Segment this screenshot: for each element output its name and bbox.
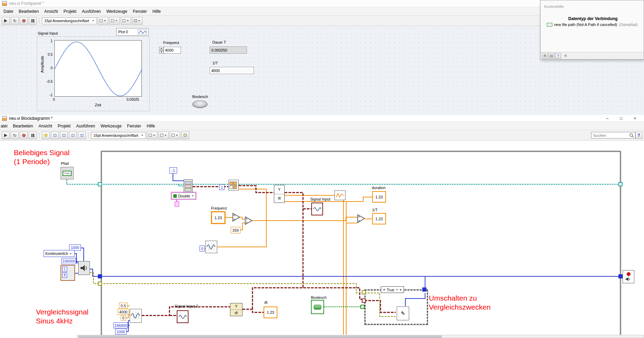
run-continuous-button[interactable]: ↻ [11, 17, 19, 25]
menu-datei[interactable]: Datei [1, 8, 16, 15]
run-button[interactable] [2, 17, 10, 25]
menu-projekt[interactable]: Projekt [61, 8, 79, 15]
menu-bearbeiten[interactable]: Bearbeiten [10, 123, 36, 130]
dt-indicator[interactable]: 1.23 [264, 306, 277, 318]
menu-ausfuehren[interactable]: Ausführen [79, 8, 104, 15]
constant-359[interactable]: 359 [231, 227, 240, 233]
close-button[interactable]: × [628, 115, 642, 122]
loop-tunnel[interactable] [98, 274, 102, 278]
step-into-button[interactable] [60, 132, 68, 139]
boolesch-label[interactable]: Boolesch [311, 295, 326, 300]
constant-one[interactable]: 1 [219, 184, 224, 190]
duration-label[interactable]: duration [372, 186, 386, 190]
menu-datei-clipped[interactable]: atei [0, 123, 10, 130]
signal-input-terminal[interactable] [311, 203, 323, 215]
run-button[interactable] [2, 132, 10, 139]
highlight-execution-button[interactable] [42, 132, 50, 139]
detailed-help-button[interactable] [549, 53, 554, 59]
constant-zero[interactable]: 0 [200, 246, 205, 251]
case-selector[interactable]: ◄ True ▼ ► [381, 286, 404, 293]
build-waveform-node[interactable] [184, 179, 193, 193]
blockdiagram-titlebar[interactable]: neu.vi Blockdiagramm * – □ × [0, 115, 644, 122]
retain-wire-values-button[interactable] [51, 132, 59, 139]
distribute-objects-dropdown[interactable]: ▼ [109, 17, 120, 25]
loop-tunnel[interactable] [618, 182, 623, 186]
pfad-label[interactable]: Pfad [61, 161, 69, 166]
invt-indicator[interactable]: 4000 [210, 67, 254, 74]
increment-button[interactable]: ▲ [159, 47, 164, 50]
loop-tunnel[interactable] [98, 182, 102, 186]
pause-button[interactable] [29, 17, 37, 25]
sound-output-configure-node[interactable] [78, 261, 90, 275]
dauer-indicator[interactable]: 0.000250 [210, 46, 247, 54]
waveform-chart-node[interactable] [334, 190, 346, 200]
context-help-toggle-button[interactable]: ? [635, 132, 642, 139]
horizontal-scrollbar[interactable] [77, 335, 644, 338]
derivative-node[interactable]: Y dt [230, 303, 242, 316]
boolesch-terminal[interactable] [311, 300, 324, 314]
signal-input-label[interactable]: Signal Input [310, 197, 330, 201]
menu-fenster[interactable]: Fenster [124, 123, 144, 130]
abort-button[interactable] [20, 17, 28, 25]
annotation-vergleichssignal[interactable]: VergleichssignalSinus 4kHz [36, 308, 89, 326]
cluster-constant-8[interactable]: 8 [62, 273, 67, 278]
previous-case-arrow[interactable]: ◄ [383, 288, 385, 291]
constant-1000-2[interactable]: 1000 [115, 329, 127, 335]
menu-werkzeuge[interactable]: Werkzeuge [98, 123, 124, 130]
representation-ring[interactable]: Double ▼ [172, 193, 196, 199]
distribute-objects-dropdown[interactable]: ▼ [158, 132, 169, 139]
constant-minus1[interactable]: -1 [169, 167, 177, 174]
divide-node[interactable] [245, 216, 252, 225]
invt-label[interactable]: 1/T [212, 61, 218, 65]
signal-input2-label[interactable]: Signal Input 2 [175, 304, 198, 308]
font-selector[interactable]: 15pt Anwendungsschriftart ▼ [91, 132, 146, 139]
constant-0-5[interactable]: 0.5 [119, 303, 128, 309]
multiply-node[interactable] [232, 213, 240, 222]
pfad-control-terminal[interactable]: Path [61, 167, 74, 179]
search-input[interactable] [591, 132, 635, 139]
cluster-constant-1[interactable]: 1 [62, 267, 67, 272]
case-selector-terminal[interactable] [360, 305, 365, 309]
get-waveform-components-node[interactable]: Y dt [274, 185, 285, 203]
menu-werkzeuge[interactable]: Werkzeuge [103, 8, 130, 15]
next-case-arrow[interactable]: ► [399, 288, 402, 291]
menu-fenster[interactable]: Fenster [130, 8, 150, 15]
duration-indicator[interactable]: 1.23 [372, 191, 386, 203]
help-button[interactable]: ? [555, 53, 561, 59]
read-waveform-node[interactable] [205, 241, 217, 253]
array-subset-node[interactable] [228, 180, 239, 190]
cleanup-diagram-button[interactable] [181, 132, 189, 139]
case-structure[interactable]: ◄ True ▼ ► ✎ [365, 290, 428, 325]
resize-objects-dropdown[interactable]: ▼ [121, 17, 131, 25]
sound-output-clear-node[interactable] [623, 270, 634, 283]
graph-label[interactable]: Signal Input [38, 31, 58, 35]
while-loop[interactable] [101, 151, 621, 338]
lock-help-button[interactable] [542, 53, 548, 59]
sine-waveform-node[interactable] [130, 309, 142, 323]
constant-196000[interactable]: 196000 [62, 258, 76, 264]
scrollbar-thumb[interactable] [79, 336, 442, 338]
step-over-button[interactable] [69, 132, 77, 139]
sound-format-cluster[interactable]: 1 8 [61, 265, 75, 281]
kontinuierlich-ring[interactable]: Kontinuierlich ▼ [44, 250, 75, 257]
constant-196000-2[interactable]: 196000 [113, 322, 128, 328]
plot-legend[interactable]: Plot 0 [116, 28, 149, 36]
align-objects-dropdown[interactable]: ▼ [98, 17, 108, 25]
boolesch-button[interactable] [192, 100, 208, 108]
font-selector[interactable]: 15pt Anwendungsschriftart ▼ [42, 17, 97, 24]
case-tunnel[interactable] [362, 290, 366, 294]
menu-hilfe[interactable]: Hilfe [150, 8, 164, 15]
maximize-button[interactable]: □ [614, 115, 628, 122]
frequenz-control-terminal[interactable]: 1.23 [211, 211, 226, 224]
reciprocal-node[interactable] [357, 214, 365, 223]
pause-button[interactable] [29, 132, 37, 139]
menu-hilfe[interactable]: Hilfe [144, 123, 158, 130]
case-tunnel[interactable] [422, 287, 426, 292]
loop-tunnel[interactable] [98, 282, 102, 286]
scroll-back-arrow[interactable]: < [564, 53, 567, 58]
menu-bearbeiten[interactable]: Bearbeiten [16, 8, 42, 15]
invt-indicator[interactable]: 1.23 [372, 213, 386, 224]
dt-label[interactable]: dt [264, 300, 267, 304]
step-out-button[interactable] [78, 132, 86, 139]
decrement-button[interactable]: ▼ [159, 50, 164, 54]
